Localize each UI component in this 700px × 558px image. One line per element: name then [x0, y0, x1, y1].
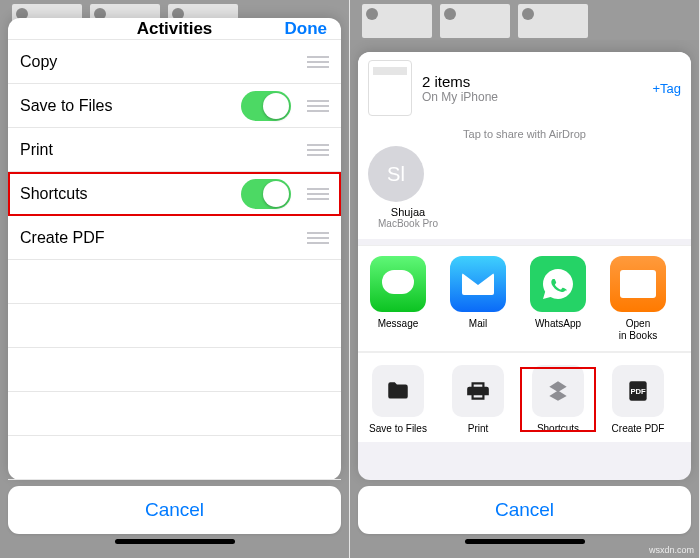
watermark: wsxdn.com	[649, 545, 694, 555]
row-print[interactable]: Print	[8, 128, 341, 172]
airdrop-initials: Sl	[387, 163, 405, 186]
drag-handle-icon[interactable]	[307, 144, 329, 156]
toggle-switch[interactable]	[241, 179, 291, 209]
done-button[interactable]: Done	[285, 19, 328, 39]
item-location: On My iPhone	[422, 90, 652, 104]
airdrop-device: MacBook Pro	[368, 218, 448, 229]
pdf-icon: PDF	[612, 365, 664, 417]
background-thumb-strip	[350, 0, 699, 40]
activities-panel: Activities Done Copy Save to Files Print…	[0, 0, 350, 558]
row-label: Print	[20, 141, 297, 159]
app-mail[interactable]: Mail	[438, 256, 518, 341]
item-thumbnail-icon	[368, 60, 412, 116]
item-count: 2 items	[422, 73, 652, 90]
share-sheet: 2 items On My iPhone +Tag Tap to share w…	[358, 52, 691, 480]
action-print[interactable]: Print	[438, 365, 518, 434]
share-apps-section[interactable]: Message Mail WhatsApp Open in Books	[358, 245, 691, 352]
action-create-pdf[interactable]: PDF Create PDF	[598, 365, 678, 434]
app-label: Message	[358, 318, 438, 340]
tag-button[interactable]: +Tag	[652, 81, 681, 96]
print-icon	[452, 365, 504, 417]
app-label: Open in Books	[598, 318, 678, 341]
airdrop-section: Sl Shujaa MacBook Pro	[358, 142, 691, 239]
activities-header: Activities Done	[8, 18, 341, 40]
empty-row	[8, 348, 341, 392]
action-label: Save to Files	[358, 423, 438, 434]
mail-icon	[450, 256, 506, 312]
app-whatsapp[interactable]: WhatsApp	[518, 256, 598, 341]
airdrop-hint: Tap to share with AirDrop	[358, 124, 691, 142]
row-label: Create PDF	[20, 229, 297, 247]
cancel-button[interactable]: Cancel	[8, 486, 341, 534]
share-panel: 2 items On My iPhone +Tag Tap to share w…	[350, 0, 700, 558]
activities-list: Copy Save to Files Print Shortcuts Creat…	[8, 40, 341, 480]
row-save-to-files[interactable]: Save to Files	[8, 84, 341, 128]
whatsapp-icon	[530, 256, 586, 312]
action-label: Shortcuts	[518, 423, 598, 434]
empty-row	[8, 304, 341, 348]
message-icon	[370, 256, 426, 312]
cancel-bar: Cancel	[8, 486, 341, 548]
row-create-pdf[interactable]: Create PDF	[8, 216, 341, 260]
app-label: WhatsApp	[518, 318, 598, 340]
toggle-switch[interactable]	[241, 91, 291, 121]
drag-handle-icon[interactable]	[307, 232, 329, 244]
home-indicator[interactable]	[465, 539, 585, 544]
airdrop-name: Shujaa	[391, 206, 425, 218]
app-books[interactable]: Open in Books	[598, 256, 678, 341]
empty-row	[8, 436, 341, 480]
drag-handle-icon[interactable]	[307, 100, 329, 112]
action-label: Print	[438, 423, 518, 434]
share-header: 2 items On My iPhone +Tag	[358, 52, 691, 124]
activities-sheet: Activities Done Copy Save to Files Print…	[8, 18, 341, 480]
drag-handle-icon[interactable]	[307, 56, 329, 68]
app-label: Mail	[438, 318, 518, 340]
empty-row	[8, 392, 341, 436]
cancel-button[interactable]: Cancel	[358, 486, 691, 534]
cancel-bar: Cancel	[358, 486, 691, 548]
books-icon	[610, 256, 666, 312]
share-info: 2 items On My iPhone	[422, 73, 652, 104]
app-message[interactable]: Message	[358, 256, 438, 341]
action-save-to-files[interactable]: Save to Files	[358, 365, 438, 434]
folder-icon	[372, 365, 424, 417]
row-shortcuts[interactable]: Shortcuts	[8, 172, 341, 216]
row-copy[interactable]: Copy	[8, 40, 341, 84]
action-shortcuts[interactable]: Shortcuts	[518, 365, 598, 434]
empty-row	[8, 260, 341, 304]
drag-handle-icon[interactable]	[307, 188, 329, 200]
shortcuts-icon	[532, 365, 584, 417]
airdrop-contact-label: Shujaa MacBook Pro	[368, 206, 448, 229]
activities-title: Activities	[137, 19, 213, 39]
svg-text:PDF: PDF	[630, 387, 646, 396]
row-label: Save to Files	[20, 97, 241, 115]
row-label: Copy	[20, 53, 297, 71]
airdrop-avatar[interactable]: Sl	[368, 146, 424, 202]
home-indicator[interactable]	[115, 539, 235, 544]
share-actions-section[interactable]: Save to Files Print Shortcuts PDF Create…	[358, 352, 691, 442]
row-label: Shortcuts	[20, 185, 241, 203]
action-label: Create PDF	[598, 423, 678, 434]
